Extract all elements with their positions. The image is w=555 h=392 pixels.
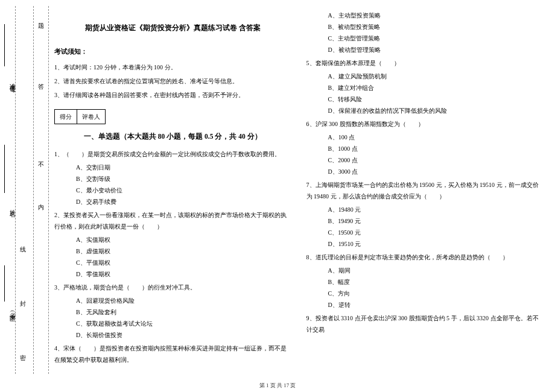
q5-b: B、建立对冲组合 bbox=[328, 82, 544, 93]
seal-mark-3: 内 bbox=[36, 199, 45, 203]
grader-label: 评卷人 bbox=[77, 110, 105, 124]
q6-c: C、2000 点 bbox=[328, 154, 544, 166]
q8-d: D、逆转 bbox=[328, 299, 544, 311]
seal-mark-1: 封 bbox=[18, 296, 27, 299]
q3: 3、严格地说，期货合约是（ ）的衍生对冲工具。 bbox=[54, 282, 291, 293]
q6-a: A、100 点 bbox=[328, 131, 544, 143]
q3-d: D、长期价值投资 bbox=[76, 329, 291, 341]
right-column: A、主动型投资策略 B、被动型投资策略 C、主动型管理策略 D、被动型管理策略 … bbox=[306, 6, 544, 380]
q5: 5、套期保值的基本原理是（ ） bbox=[306, 57, 544, 69]
vertical-dash-2 bbox=[33, 6, 34, 374]
q4-d: D、被动型管理策略 bbox=[328, 44, 544, 55]
section-1-title: 一、单选题（本大题共 80 小题，每题 0.5 分，共 40 分） bbox=[54, 130, 291, 144]
q5-d: D、保留潜在的收益的情况下降低损失的风险 bbox=[328, 105, 544, 116]
q6-b: B、1000 点 bbox=[328, 143, 544, 154]
q2-a: A、实值期权 bbox=[76, 234, 291, 245]
label-province: 省（市区） bbox=[1, 308, 16, 314]
q7-d: D、19510 元 bbox=[328, 238, 544, 250]
label-name: 姓名 bbox=[1, 205, 16, 207]
label-admission: 准考证号 bbox=[1, 78, 16, 83]
q7-c: C、19500 元 bbox=[328, 227, 544, 238]
q7: 7、上海铜期货市场某一合约的卖出价格为 19500 元，买入价格为 19510 … bbox=[306, 179, 544, 202]
q1: 1、（ ）是期货交易所按成交合约金额的一定比例或按成交合约手数收取的费用。 bbox=[54, 148, 291, 160]
q7-b: B、19490 元 bbox=[328, 215, 544, 227]
notice-2: 2、请首先按要求在试卷的指定位置填写您的姓名、准考证号等信息。 bbox=[54, 75, 291, 87]
q2-b: B、虚值期权 bbox=[76, 245, 291, 257]
seal-mark-4: 不 bbox=[36, 157, 45, 160]
score-box: 得分 评卷人 bbox=[54, 109, 106, 124]
q6: 6、沪深 300 股指数的基期指数定为（ ） bbox=[306, 118, 544, 130]
binding-sidebar: 省（市区） 姓名 准考证号 密 封 线 内 不 答 题 bbox=[0, 0, 51, 380]
q2-d: D、零值期权 bbox=[76, 268, 291, 280]
q4-b: B、被动型投资策略 bbox=[328, 21, 544, 33]
notice-1: 1、考试时间：120 分钟，本卷满分为 100 分。 bbox=[54, 62, 291, 73]
seal-mark-6: 题 bbox=[36, 18, 45, 22]
field-underline-2 bbox=[4, 145, 22, 193]
q6-d: D、3000 点 bbox=[328, 166, 544, 177]
q4: 4、宋体（ ）是指投资者在投资期内按照某种标准买进并固定持有一组证券，而不是在频… bbox=[54, 343, 291, 365]
q1-a: A、交割日期 bbox=[76, 162, 291, 173]
left-column: 期货从业资格证《期货投资分析》真题练习试卷 含答案 考试须知： 1、考试时间：1… bbox=[54, 6, 291, 380]
q1-c: C、最小变动价位 bbox=[76, 185, 291, 196]
q8-c: C、方向 bbox=[328, 288, 544, 299]
q8-a: A、期间 bbox=[328, 265, 544, 276]
score-label: 得分 bbox=[55, 110, 77, 124]
notice-3: 3、请仔细阅读各种题目的回答要求，在密封线内答题，否则不予评分。 bbox=[54, 89, 291, 101]
field-underline-3 bbox=[4, 24, 22, 66]
q2: 2、某投资者买入一份看涨期权，在某一时点，该期权的标的资产市场价格大于期权的执行… bbox=[54, 209, 291, 232]
q1-b: B、交割等级 bbox=[76, 173, 291, 185]
q9: 9、投资者以 3310 点开仓卖出沪深 300 股指期货合约 5 手，后以 33… bbox=[306, 312, 544, 335]
page-content: 期货从业资格证《期货投资分析》真题练习试卷 含答案 考试须知： 1、考试时间：1… bbox=[54, 6, 543, 380]
q8: 8、道氏理论的目标是判定市场主要趋势的变化，所考虑的是趋势的（ ） bbox=[306, 251, 544, 263]
q4-a: A、主动型投资策略 bbox=[328, 10, 544, 21]
q4-c: C、主动型管理策略 bbox=[328, 33, 544, 44]
q7-a: A、19480 元 bbox=[328, 204, 544, 215]
q2-c: C、平值期权 bbox=[76, 257, 291, 268]
q3-a: A、回避现货价格风险 bbox=[76, 295, 291, 306]
q5-c: C、转移风险 bbox=[328, 93, 544, 105]
seal-mark-2: 线 bbox=[18, 241, 27, 245]
vertical-dash-3 bbox=[48, 6, 49, 374]
q5-a: A、建立风险预防机制 bbox=[328, 71, 544, 82]
q8-b: B、幅度 bbox=[328, 276, 544, 288]
q3-b: B、无风险套利 bbox=[76, 306, 291, 318]
q3-c: C、获取超额收益考试大论坛 bbox=[76, 318, 291, 329]
q1-d: D、交易手续费 bbox=[76, 196, 291, 207]
doc-title: 期货从业资格证《期货投资分析》真题练习试卷 含答案 bbox=[54, 21, 291, 35]
notice-head: 考试须知： bbox=[54, 46, 291, 58]
page-footer: 第 1 页 共 17 页 bbox=[0, 382, 555, 390]
seal-mark-5: 答 bbox=[36, 78, 45, 82]
seal-mark-0: 密 bbox=[18, 350, 27, 353]
